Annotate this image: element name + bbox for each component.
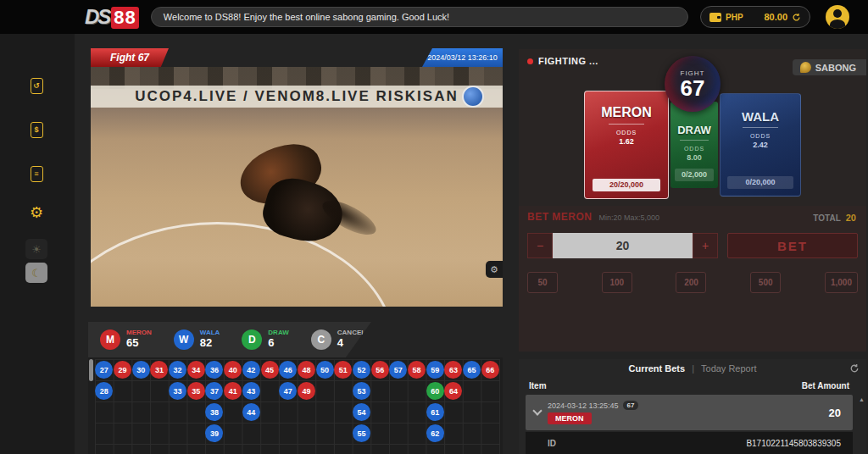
draw-card[interactable]: DRAW ODDS 8.00 0/2,000 [670,102,718,188]
quick-amounts-row: 50 100 200 500 1,000 [527,272,858,293]
bet-button[interactable]: BET [727,233,858,258]
refresh-bets-icon[interactable] [849,363,860,374]
meron-card[interactable]: MERON ODDS 1.62 20/20,000 [584,91,669,199]
currency-label: PHP [726,13,743,22]
result-cell-54: 54 [353,403,370,421]
meron-card-title: MERON [601,105,652,120]
col-item: Item [529,381,547,390]
result-cell-59: 59 [426,361,444,379]
top-bar: DS 88 Welcome to DS88! Enjoy the best on… [0,0,868,34]
result-cell-47: 47 [279,382,297,400]
welcome-message: Welcome to DS88! Enjoy the best online s… [164,12,449,22]
quick-amount-500[interactable]: 500 [750,272,781,293]
tab-current-bets[interactable]: Current Bets [629,363,686,374]
theme-light-toggle[interactable]: ☀ [25,239,47,259]
logo-ds-text: DS [85,5,109,29]
result-cell-60: 60 [426,382,444,400]
meron-odds-value: 1.62 [619,137,634,146]
bets-column-headers: Item Bet Amount [529,381,849,390]
logo-88-text: 88 [111,7,138,29]
balance-pill[interactable]: PHP 80.00 [700,6,810,28]
scroll-up-icon[interactable]: ▲ [859,396,865,402]
meron-odds-label: ODDS [616,130,637,136]
gear-icon: ⚙ [30,205,43,220]
stat-draw: D DRAW6 [242,329,288,350]
arena-chalk-line [91,222,396,307]
results-scrollbar[interactable] [89,359,93,381]
meron-count-icon: M [100,329,120,350]
fight-status-text: FIGHTING ... [538,56,598,66]
bet-total-row: TOTAL 20 [813,213,856,223]
wala-pool-amount: 0/20,000 [727,176,793,189]
avatar-head-icon [833,9,842,18]
result-cell-43: 43 [242,382,260,400]
brand-logo[interactable]: DS 88 [85,5,139,29]
balance-amount: 80.00 [748,12,787,22]
quick-amount-100[interactable]: 100 [602,272,632,293]
theme-dark-toggle[interactable]: ☾ [25,263,47,283]
refresh-balance-icon[interactable] [792,13,801,22]
result-cell-65: 65 [463,361,481,379]
result-cell-42: 42 [242,361,260,379]
fight-number-badge: Fight 67 [91,48,169,67]
result-cell-30: 30 [132,361,150,379]
sidebar-item-transactions[interactable]: $ [25,119,47,141]
sidebar-item-settings[interactable]: ⚙ [25,202,47,224]
sidebar-item-rules[interactable]: ≡ [25,163,47,185]
stat-wala-value: 82 [200,337,220,349]
result-cell-53: 53 [353,382,370,400]
total-label: TOTAL [813,213,840,223]
result-cell-52: 52 [353,361,370,379]
result-cell-62: 62 [426,424,444,442]
result-cell-57: 57 [389,361,407,379]
cancel-count-icon: C [311,329,331,350]
bet-label-row: BET MERON Min:20 Max:5,000 [527,211,659,223]
wala-card-title: WALA [742,109,779,124]
video-settings-icon[interactable]: ⚙ [486,261,503,278]
chevron-down-icon [532,406,542,415]
result-cell-39: 39 [205,424,223,442]
quick-amount-1000[interactable]: 1,000 [825,272,858,293]
stat-cancel-value: 4 [337,337,365,349]
tab-separator: | [692,363,694,374]
provider-label: SABONG [815,63,856,73]
live-video-player[interactable]: UCOP4.LIVE / VENOM8.LIVE RISKISAN ⚙ [91,67,503,307]
quick-amount-200[interactable]: 200 [676,272,706,293]
user-avatar[interactable] [826,5,849,29]
bet-side-label: BET MERON [527,211,593,223]
draw-pool-amount: 0/2,000 [675,169,714,181]
stake-input[interactable] [553,233,693,258]
fight-number: 67 [681,77,705,99]
marquee-banner: Welcome to DS88! Enjoy the best online s… [151,7,688,27]
result-cell-58: 58 [408,361,426,379]
tab-today-report[interactable]: Today Report [701,363,756,374]
result-grid: 2729303132343640424546485051525657585963… [95,359,500,454]
rooster-icon [800,62,811,73]
bet-row-time: 2024-03-12 13:25:45 [548,401,619,410]
stat-meron-value: 65 [126,337,152,349]
stake-minus-button[interactable]: − [527,233,553,258]
result-cell-66: 66 [481,361,499,379]
stat-meron: M MERON65 [100,329,152,350]
sidebar-item-bet-history[interactable]: ↺ [25,75,47,97]
betting-panel: FIGHTING ... SABONG FIGHT 67 MERON ODDS … [519,49,866,352]
stake-plus-button[interactable]: + [693,233,718,258]
result-cell-63: 63 [444,361,462,379]
wala-card[interactable]: WALA ODDS 2.42 0/20,000 [720,93,801,197]
result-cell-44: 44 [242,403,260,421]
result-cell-28: 28 [95,382,113,400]
provider-badge[interactable]: SABONG [793,59,866,75]
left-sidebar: ↺ $ ≡ ⚙ ☀ ☾ [0,34,75,454]
result-cell-56: 56 [371,361,389,379]
quick-amount-50[interactable]: 50 [527,272,558,293]
bet-row[interactable]: 2024-03-12 13:25:45 67 MERON 20 [526,395,853,430]
total-value: 20 [846,213,856,223]
video-watermark-text: UCOP4.LIVE / VENOM8.LIVE RISKISAN [135,88,459,105]
result-cell-37: 37 [205,382,223,400]
bet-limits-label: Min:20 Max:5,000 [599,213,660,222]
bet-row-side-badge: MERON [548,412,592,424]
fight-status-row: FIGHTING ... [527,56,598,66]
live-status-dot-icon [527,58,533,64]
result-cell-55: 55 [353,424,370,442]
bet-history-icon: ↺ [31,78,43,94]
